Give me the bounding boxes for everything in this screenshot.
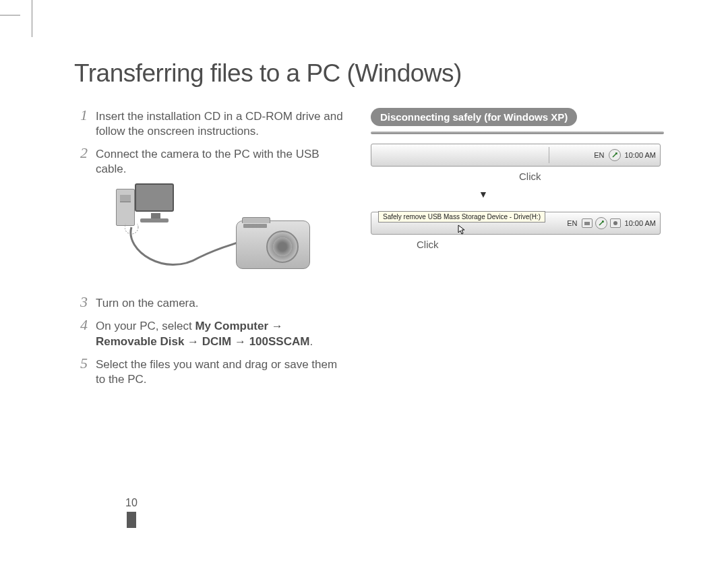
system-tray: EN 10:00 AM [566, 215, 657, 231]
click-label-1: Click [519, 171, 664, 182]
taskbar-screenshot-2: Safely remove USB Mass Storage Device - … [371, 212, 661, 235]
taskbar-screenshot-1: EN 10:00 AM [371, 144, 661, 167]
page-content: Transferring files to a PC (Windows) 1 I… [74, 59, 688, 394]
step-number: 5 [74, 356, 88, 387]
down-arrow-icon: ▼ [479, 189, 664, 200]
camera-icon [236, 220, 310, 269]
step-2: 2 Connect the camera to the PC with the … [74, 146, 344, 177]
tray-divider [549, 147, 549, 163]
monitor-base-icon [140, 218, 169, 223]
cursor-icon [458, 225, 467, 237]
camera-brand-mark [243, 224, 267, 228]
tray-time: 10:00 AM [624, 151, 657, 159]
page-title: Transferring files to a PC (Windows) [74, 59, 688, 88]
disconnect-heading-pill: Disconnecting safely (for Windows XP) [371, 108, 577, 126]
step-text: Insert the installation CD in a CD-ROM d… [96, 108, 344, 139]
page-crop-mark-h [0, 15, 20, 16]
step-5: 5 Select the files you want and drag or … [74, 356, 344, 387]
step-text: Connect the camera to the PC with the US… [96, 146, 344, 177]
step-number: 2 [74, 146, 88, 177]
step-4: 4 On your PC, select My Computer → Remov… [74, 318, 344, 349]
svg-rect-1 [584, 222, 590, 225]
page-number: 10 [125, 497, 138, 528]
taskbar-screenshot-2-wrap: Safely remove USB Mass Storage Device - … [371, 212, 661, 250]
tray-generic-icon-2 [610, 218, 621, 228]
heading-underline [371, 131, 664, 134]
step-text: On your PC, select My Computer → Removab… [96, 318, 344, 349]
step-number: 1 [74, 108, 88, 139]
steps-column: 1 Insert the installation CD in a CD-ROM… [74, 108, 344, 394]
page-number-bar [127, 512, 136, 528]
safely-remove-icon [609, 149, 621, 161]
safely-remove-tooltip: Safely remove USB Mass Storage Device - … [378, 211, 545, 223]
step-number: 4 [74, 318, 88, 349]
step-text: Turn on the camera. [96, 295, 198, 311]
tray-generic-icon [582, 218, 593, 228]
step-3: 3 Turn on the camera. [74, 295, 344, 311]
step-number: 3 [74, 295, 88, 311]
click-label-2: Click [417, 239, 661, 250]
illustration-pc-camera [101, 183, 310, 281]
language-indicator: EN [566, 219, 578, 227]
pc-tower-icon [116, 189, 135, 226]
page-number-text: 10 [125, 497, 138, 509]
step-1: 1 Insert the installation CD in a CD-ROM… [74, 108, 344, 139]
monitor-icon [135, 183, 174, 212]
language-indicator: EN [593, 151, 605, 159]
step-text: Select the files you want and drag or sa… [96, 356, 344, 387]
safely-remove-icon [595, 217, 607, 229]
step-4-suffix: . [309, 335, 313, 348]
usb-cable-icon [125, 224, 253, 271]
tray-time: 10:00 AM [624, 219, 657, 227]
svg-point-2 [613, 221, 617, 225]
system-tray: EN 10:00 AM [593, 147, 657, 163]
page-crop-mark-v [32, 0, 32, 37]
step-4-prefix: On your PC, select [96, 320, 195, 332]
disconnect-column: Disconnecting safely (for Windows XP) EN… [371, 108, 664, 394]
